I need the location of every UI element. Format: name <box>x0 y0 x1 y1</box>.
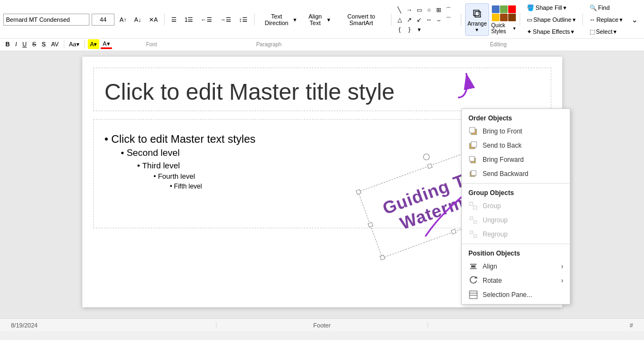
line-spacing-button[interactable]: ↕☰ <box>236 14 250 26</box>
decrease-indent-button[interactable]: ←☰ <box>198 14 215 26</box>
oval-shape-btn[interactable]: ○ <box>425 5 434 14</box>
shape10[interactable]: } <box>405 25 414 34</box>
shape3[interactable]: △ <box>395 15 404 24</box>
expand-ribbon-button[interactable]: ⌄ <box>629 14 641 26</box>
line-shape-btn[interactable]: ╲ <box>395 5 404 14</box>
select-icon: ⬚ <box>589 28 595 35</box>
shape-fill-label: Shape Fill <box>535 4 562 11</box>
arrow-shape-btn[interactable]: → <box>405 5 414 14</box>
separator5 <box>520 14 520 26</box>
arrange-chevron: ▾ <box>476 27 478 33</box>
separator <box>164 14 165 26</box>
shape-outline-button[interactable]: ▭ Shape Outline ▾ <box>524 14 579 25</box>
shape-fill-button[interactable]: 🪣 Shape Fill ▾ <box>524 2 579 13</box>
rotate-item[interactable]: Rotate › <box>462 274 570 288</box>
bullets-button[interactable]: ☰ <box>168 14 179 26</box>
shape8[interactable]: ⌒ <box>444 15 453 24</box>
font-color-button[interactable]: A▾ <box>100 39 112 49</box>
shape-effects-button[interactable]: ✦ Shape Effects ▾ <box>524 26 579 37</box>
text-direction-chevron: ▾ <box>293 16 297 23</box>
rect-shape-btn[interactable]: ▭ <box>415 5 424 14</box>
convert-smartart-button[interactable]: Convert to SmartArt <box>335 14 387 26</box>
footer-center: Footer <box>216 322 428 329</box>
italic-button[interactable]: I <box>13 39 19 49</box>
shape-outline-label: Shape Outline <box>533 16 571 23</box>
replace-button[interactable]: ↔ Replace ▾ <box>587 14 625 25</box>
text-direction-label: Text Direction <box>261 13 292 26</box>
replace-chevron: ▾ <box>619 16 623 23</box>
style-swatch-4[interactable] <box>492 14 499 21</box>
separator6 <box>582 14 583 26</box>
paint-bucket-icon: 🪣 <box>527 4 534 11</box>
font-name-input[interactable] <box>3 14 89 26</box>
font-size-input[interactable] <box>92 14 115 26</box>
svg-rect-7 <box>471 171 476 175</box>
send-backward-label: Send Backward <box>483 170 528 178</box>
align-arrow-icon: › <box>561 263 563 270</box>
resize-handle-bl[interactable] <box>380 255 385 260</box>
change-case-button[interactable]: Aa▾ <box>67 39 82 49</box>
editing-group-label: Editing <box>490 41 507 47</box>
slide-title[interactable]: Click to edit Master title style <box>93 68 551 111</box>
find-label: Find <box>598 4 610 11</box>
resize-handle-tl[interactable] <box>356 189 361 195</box>
arrange-dropdown-menu: Order Objects Bring to Front Send to Bac… <box>461 108 570 305</box>
sep-font2 <box>85 40 85 48</box>
ribbon-font-row: B I U S S AV Aa▾ A▾ A▾ Font Paragraph Ed… <box>0 39 644 51</box>
style-swatch-2[interactable] <box>500 5 508 13</box>
bring-forward-item[interactable]: Bring Forward <box>462 153 570 167</box>
bring-to-front-item[interactable]: Bring to Front <box>462 124 570 138</box>
more-shapes-btn[interactable]: ⊞ <box>435 5 443 14</box>
position-section-title: Position Objects <box>462 246 570 259</box>
select-button[interactable]: ⬚ Select ▾ <box>587 26 620 37</box>
decrease-font-size-button[interactable]: A↓ <box>131 14 144 26</box>
shape4[interactable]: ↗ <box>405 15 414 24</box>
resize-handle-bm[interactable] <box>450 229 456 234</box>
send-backward-item[interactable]: Send Backward <box>462 167 570 181</box>
shape5[interactable]: ↙ <box>415 15 424 24</box>
footer-page: # <box>428 322 639 329</box>
increase-indent-button[interactable]: →☰ <box>217 14 234 26</box>
shape-effects-icon: ✦ <box>527 28 532 35</box>
style-swatch-6[interactable] <box>508 14 516 21</box>
arrange-button[interactable]: ⧉ Arrange ▾ <box>465 3 489 36</box>
shape-outline-icon: ▭ <box>527 16 532 23</box>
ungroup-item: Ungroup <box>462 213 570 227</box>
resize-handle-tm[interactable] <box>426 163 432 169</box>
find-button[interactable]: 🔍 Find <box>587 2 612 13</box>
shape6[interactable]: ↔ <box>425 15 434 24</box>
shape7[interactable]: ⌣ <box>435 15 443 24</box>
style-swatch-5[interactable] <box>500 14 508 21</box>
shape9[interactable]: { <box>395 25 404 34</box>
svg-rect-11 <box>474 221 477 223</box>
svg-rect-13 <box>474 235 477 238</box>
numbering-button[interactable]: 1☰ <box>182 14 196 26</box>
shape2[interactable]: ⌒ <box>444 5 453 14</box>
strikethrough-button[interactable]: S <box>30 39 38 49</box>
replace-label: Replace <box>597 16 618 23</box>
align-item[interactable]: Align › <box>462 259 570 274</box>
bring-to-front-icon <box>468 126 478 136</box>
ungroup-label: Ungroup <box>483 216 508 224</box>
bold-button[interactable]: B <box>3 39 12 49</box>
order-section-title: Order Objects <box>462 111 570 124</box>
svg-rect-8 <box>470 202 473 205</box>
increase-font-size-button[interactable]: A↑ <box>117 14 129 26</box>
align-label: Align <box>483 263 497 270</box>
text-direction-button[interactable]: Text Direction ▾ <box>258 14 299 26</box>
arrange-label: Arrange <box>467 21 487 27</box>
shapes-more[interactable]: ▾ <box>415 25 424 34</box>
regroup-icon <box>468 229 478 239</box>
send-to-back-item[interactable]: Send to Back <box>462 138 570 153</box>
shadow-button[interactable]: S <box>39 39 47 49</box>
clear-formatting-button[interactable]: ✕A <box>146 14 160 26</box>
underline-button[interactable]: U <box>20 39 29 49</box>
char-spacing-button[interactable]: AV <box>49 39 61 49</box>
style-swatch-1[interactable] <box>492 5 499 13</box>
highlight-button[interactable]: A▾ <box>88 39 99 49</box>
selection-pane-item[interactable]: Selection Pane... <box>462 288 570 302</box>
menu-sep-1 <box>462 183 570 184</box>
align-text-button[interactable]: Align Text ▾ <box>302 14 333 26</box>
select-label: Select <box>596 28 613 35</box>
style-swatch-3[interactable] <box>508 5 516 13</box>
